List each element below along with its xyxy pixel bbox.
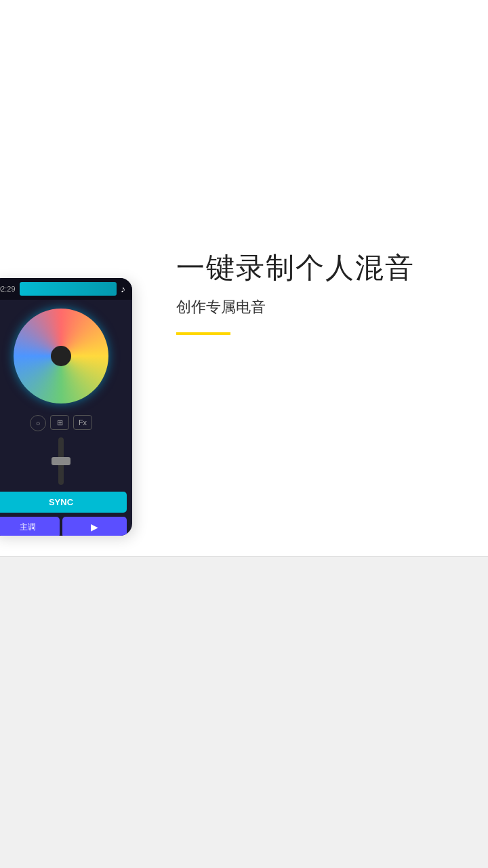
note-icon: ♪: [121, 283, 125, 294]
tablet-top: 02:29 ♪ ○ ⊞ Fx: [0, 278, 132, 536]
sub-title: 创作专属电音: [176, 297, 481, 317]
zhudiao1-button[interactable]: 主调: [0, 517, 60, 536]
tablet-waveform: [20, 282, 117, 296]
eq-btn[interactable]: ⊞: [50, 415, 69, 430]
vinyl-disc-area: [10, 305, 112, 407]
small-controls-row: ○ ⊞ Fx: [0, 412, 132, 434]
play-row: 主调 ▶: [0, 515, 132, 536]
vinyl-disc: [14, 309, 108, 403]
fader-track: [58, 437, 64, 485]
main-title: 一键录制个人混音: [176, 251, 481, 285]
section-separator: [0, 556, 488, 557]
fader-handle[interactable]: [52, 457, 70, 465]
loop-btn[interactable]: ○: [30, 415, 46, 431]
fx-btn[interactable]: Fx: [73, 415, 92, 430]
tablet-top-inner: 02:29 ♪ ○ ⊞ Fx: [0, 278, 132, 536]
sync-row: SYNC: [0, 490, 132, 515]
fader-area: [0, 434, 132, 488]
heading-area: 一键录制个人混音 创作专属电音: [176, 251, 481, 335]
sync-button[interactable]: SYNC: [0, 492, 127, 513]
yellow-line-decoration: [176, 332, 230, 335]
bottom-section: 03:41 ♡ Disco Heart 02:29 ◇ ⚙ ○ ⊞ Fx: [0, 556, 488, 868]
play-button[interactable]: ▶: [62, 517, 127, 536]
tablet-header: 02:29 ♪: [0, 278, 132, 300]
tablet-time: 02:29: [0, 285, 16, 293]
vinyl-center: [51, 346, 71, 366]
top-section: 一键录制个人混音 创作专属电音 02:29 ♪ ○ ⊞ Fx: [0, 0, 488, 556]
